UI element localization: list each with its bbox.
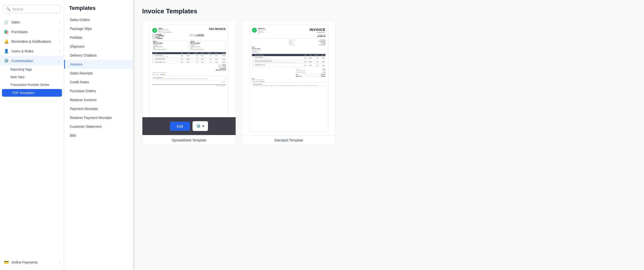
template-menu-delivery-challans[interactable]: Delivery Challans [64,51,133,60]
chevron-icon: › [59,30,60,34]
main-content: Invoice Templates Z Zylker Chengalpattu … [135,0,644,270]
template-label-spreadsheet: Spreadsheet Template [142,135,236,145]
sidebar-label-purchases: Purchases [11,30,28,34]
settings-chevron: ▾ [202,124,204,128]
template-preview-spreadsheet: Z Zylker Chengalpattu 603202 India GSTIN… [142,21,236,135]
sidebar-item-reminders[interactable]: 🔔 Reminders & Notifications › [0,37,64,46]
sidebar-subitem-pdf-templates[interactable]: PDF Templates [2,89,62,97]
settings-button[interactable]: ⚙️ ▾ [192,121,208,131]
template-menu-credit-notes[interactable]: Credit Notes [64,78,133,87]
templates-grid: Z Zylker Chengalpattu 603202 India GSTIN… [142,21,636,145]
template-card-spreadsheet[interactable]: Z Zylker Chengalpattu 603202 India GSTIN… [142,21,236,145]
search-box[interactable]: 🔍 [3,5,61,13]
sidebar-label-sales: Sales [11,20,20,24]
sidebar-label-customisation: Customisation [11,59,33,63]
customisation-icon: ⚙️ [4,58,9,63]
sidebar-item-sales[interactable]: 🛒 Sales › [0,17,64,27]
template-menu-shipment[interactable]: Shipment [64,42,133,51]
template-card-standard[interactable]: Z Zylkar Inc 4141 Hacienda Drive Pleasan… [242,21,336,145]
sidebar-subitem-transaction-series[interactable]: Transaction Number Series [0,81,64,88]
chevron-icon: › [59,260,60,264]
users-icon: 👤 [4,49,9,53]
template-menu-picklists[interactable]: Picklists [64,33,133,42]
sidebar-item-purchases[interactable]: 🛍️ Purchases › [0,27,64,37]
chevron-icon: › [59,49,60,53]
reminders-icon: 🔔 [4,39,9,44]
template-menu-bills[interactable]: Bills [64,131,133,140]
chevron-icon: › [59,21,60,24]
sidebar: 🔍 🛒 Sales › 🛍️ Purchases › 🔔 Reminders &… [0,0,64,270]
sidebar-label-online-payments: Online Payments [11,260,38,264]
template-menu-package-slips[interactable]: Package Slips [64,24,133,33]
search-input[interactable] [12,7,58,11]
sales-icon: 🛒 [4,20,9,25]
templates-panel-title: Templates [64,5,133,15]
template-menu-invoices[interactable]: Invoices [64,60,133,69]
chevron-icon: › [59,40,60,43]
sidebar-subitem-web-tabs[interactable]: Web Tabs [0,73,64,81]
template-menu-sales-receipts[interactable]: Sales Receipts [64,69,133,78]
template-menu-customer-statement[interactable]: Customer Statement [64,122,133,131]
template-menu-sales-orders[interactable]: Sales Orders [64,15,133,24]
sidebar-label-reminders: Reminders & Notifications [11,40,51,44]
template-menu-payment-receipts[interactable]: Payment Receipts [64,104,133,113]
sidebar-item-online-payments[interactable]: 💳 Online Payments › [0,257,64,267]
template-label-standard: Standard Template [242,135,335,145]
templates-panel: Templates Sales Orders Package Slips Pic… [64,0,133,270]
template-overlay-spreadsheet: Edit ⚙️ ▾ [142,117,236,135]
template-menu-retainer-payment-receipts[interactable]: Retainer Payment Receipts [64,113,133,122]
sidebar-item-customisation[interactable]: ⚙️ Customisation ⌄ [0,56,64,66]
search-icon: 🔍 [6,7,10,11]
chevron-down-icon: ⌄ [58,59,60,63]
sidebar-subitem-reporting-tags[interactable]: Reporting Tags [0,66,64,73]
online-payments-icon: 💳 [4,260,9,264]
edit-button[interactable]: Edit [170,122,190,131]
page-title: Invoice Templates [142,8,636,15]
template-menu-retainer-invoices[interactable]: Retainer Invoices [64,95,133,104]
purchases-icon: 🛍️ [4,29,9,34]
sidebar-label-users: Users & Roles [11,49,33,53]
sidebar-item-users[interactable]: 👤 Users & Roles › [0,46,64,56]
template-preview-standard: Z Zylkar Inc 4141 Hacienda Drive Pleasan… [242,21,335,135]
template-menu-purchase-orders[interactable]: Purchase Orders [64,87,133,95]
gear-icon: ⚙️ [196,124,201,128]
